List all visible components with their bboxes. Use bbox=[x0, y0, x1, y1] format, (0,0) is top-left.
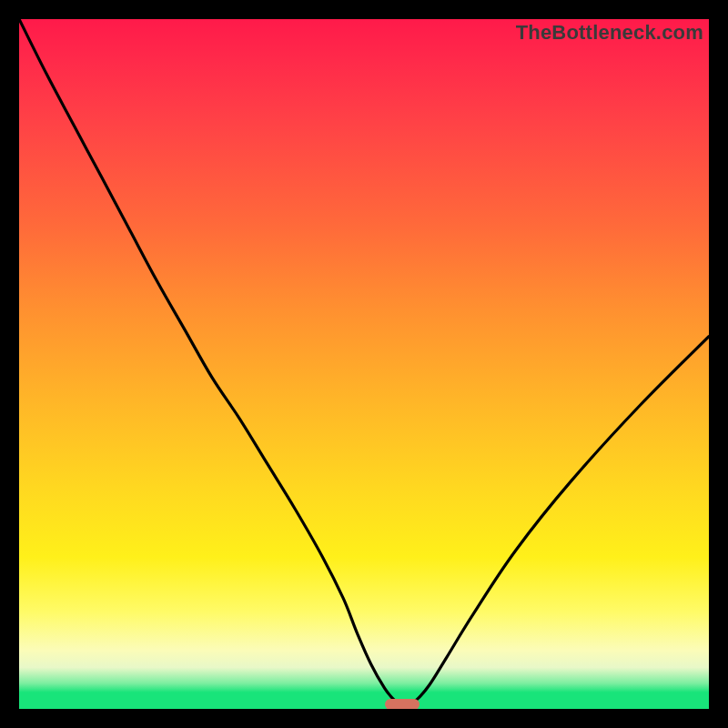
plot-area: TheBottleneck.com bbox=[19, 19, 709, 709]
chart-frame: TheBottleneck.com bbox=[0, 0, 728, 728]
minimum-marker bbox=[385, 699, 420, 709]
bottleneck-curve bbox=[19, 19, 709, 705]
curve-layer bbox=[19, 19, 709, 709]
